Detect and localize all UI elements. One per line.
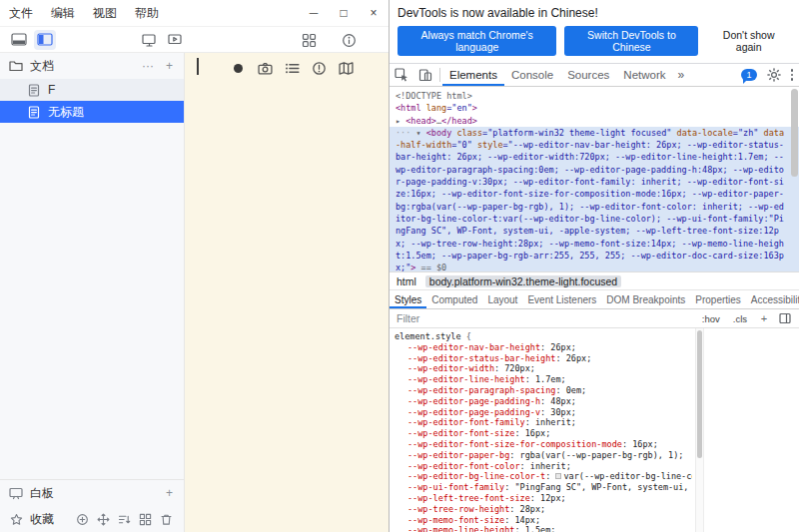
camera-icon[interactable] bbox=[257, 60, 273, 76]
tab-accessibility[interactable]: Accessibility bbox=[746, 290, 799, 308]
tab-layout[interactable]: Layout bbox=[482, 290, 522, 308]
css-property[interactable]: --wp-editor-paragraph-spacing: 0em; bbox=[395, 385, 692, 396]
css-property[interactable]: --wp-editor-paper-bg: rgba(var(--wp-pape… bbox=[395, 450, 692, 461]
record-dot-icon[interactable] bbox=[230, 60, 246, 76]
app-titlebar: 文件 编辑 视图 帮助 ─ □ × bbox=[0, 0, 389, 27]
dom-tree-scrollbar[interactable] bbox=[791, 89, 798, 269]
tab-properties[interactable]: Properties bbox=[690, 290, 746, 308]
styles-filter-input[interactable] bbox=[397, 312, 692, 324]
always-match-language-button[interactable]: Always match Chrome's language bbox=[398, 26, 556, 56]
css-property[interactable]: --wp-editor-bg-line-color-t: var(--wp-ed… bbox=[395, 471, 692, 482]
css-property[interactable]: --wp-editor-font-size: 16px; bbox=[395, 428, 692, 439]
menu-file[interactable]: 文件 bbox=[0, 0, 42, 26]
css-property[interactable]: --wp-memo-line-height: 1.5em; bbox=[395, 525, 692, 532]
kebab-menu-icon[interactable] bbox=[791, 69, 794, 81]
css-property[interactable]: --wp-editor-status-bar-height: 26px; bbox=[395, 353, 692, 364]
tab-console[interactable]: Console bbox=[504, 64, 560, 86]
notes-app-window: 文件 编辑 视图 帮助 ─ □ × bbox=[0, 0, 390, 532]
inspect-element-icon[interactable] bbox=[390, 64, 413, 86]
editor-canvas[interactable] bbox=[185, 53, 389, 532]
settings-gear-icon[interactable] bbox=[765, 68, 783, 82]
trash-icon[interactable] bbox=[158, 511, 174, 527]
breadcrumb: html body.platform-win32.theme-light.foc… bbox=[390, 271, 799, 289]
whiteboard-add-button[interactable]: + bbox=[163, 486, 176, 500]
menu-edit[interactable]: 编辑 bbox=[42, 0, 84, 26]
maximize-button[interactable]: □ bbox=[329, 0, 359, 26]
more-tabs-chevron[interactable]: » bbox=[673, 68, 690, 82]
breadcrumb-html[interactable]: html bbox=[397, 275, 416, 287]
close-button[interactable]: × bbox=[359, 0, 389, 26]
tab-dom-breakpoints[interactable]: DOM Breakpoints bbox=[601, 290, 690, 308]
toggle-left-panel-icon[interactable] bbox=[34, 30, 56, 50]
tab-computed[interactable]: Computed bbox=[426, 290, 482, 308]
tab-network[interactable]: Network bbox=[616, 64, 672, 86]
grid-view-icon[interactable] bbox=[137, 511, 153, 527]
menu-view[interactable]: 视图 bbox=[84, 0, 126, 26]
device-toolbar-icon[interactable] bbox=[413, 64, 437, 86]
css-property[interactable]: --wp-editor-font-color: inherit; bbox=[395, 461, 692, 472]
pseudo-state-toggle[interactable]: :hov bbox=[699, 312, 723, 325]
css-property[interactable]: --wp-editor-nav-bar-height: 26px; bbox=[395, 342, 692, 353]
minimize-button[interactable]: ─ bbox=[299, 0, 329, 26]
breadcrumb-body[interactable]: body.platform-win32.theme-light.focused bbox=[425, 275, 621, 287]
css-property[interactable]: --wp-editor-font-size-for-composition-mo… bbox=[395, 439, 692, 450]
favorites-row[interactable]: 收藏 bbox=[0, 506, 184, 532]
css-property[interactable]: --wp-editor-line-height: 1.7em; bbox=[395, 374, 692, 385]
presentation-icon[interactable] bbox=[164, 30, 186, 50]
move-icon[interactable] bbox=[95, 511, 111, 527]
body-element-selected[interactable]: ··· ▾ <body class="platform-win32 theme-… bbox=[390, 127, 799, 271]
alert-icon[interactable] bbox=[311, 60, 327, 76]
html-open-tag[interactable]: <html lang="en"> bbox=[390, 102, 799, 114]
whiteboard-row[interactable]: 白板 + bbox=[0, 480, 184, 506]
computed-panel-icon[interactable] bbox=[778, 311, 792, 325]
text-cursor bbox=[197, 58, 199, 75]
issues-badge[interactable]: 1 bbox=[741, 69, 756, 81]
tab-elements[interactable]: Elements bbox=[442, 64, 504, 86]
styles-pane: element.style { --wp-editor-nav-bar-heig… bbox=[390, 328, 799, 532]
document-icon bbox=[26, 104, 42, 120]
doc-item-untitled[interactable]: 无标题 bbox=[0, 101, 184, 123]
new-style-rule-icon[interactable]: + bbox=[757, 311, 771, 325]
styles-scrollbar[interactable] bbox=[695, 328, 704, 532]
css-property[interactable]: --wp-editor-width: 720px; bbox=[395, 363, 692, 374]
window-controls: ─ □ × bbox=[299, 0, 389, 26]
css-property[interactable]: --wp-left-tree-font-size: 12px; bbox=[395, 493, 692, 504]
css-property[interactable]: --wp-memo-font-size: 14px; bbox=[395, 515, 692, 526]
docs-section-header[interactable]: 文档 ··· + bbox=[0, 53, 184, 79]
tab-styles[interactable]: Styles bbox=[390, 290, 426, 308]
css-property[interactable]: --wp-editor-font-family: inherit; bbox=[395, 417, 692, 428]
css-var-swatch-icon[interactable] bbox=[555, 473, 561, 479]
infobar-message: DevTools is now available in Chinese! bbox=[398, 6, 791, 20]
tab-event-listeners[interactable]: Event Listeners bbox=[522, 290, 601, 308]
tab-sources[interactable]: Sources bbox=[560, 64, 616, 86]
css-property[interactable]: --wp-editor-page-padding-h: 48px; bbox=[395, 396, 692, 407]
css-property[interactable]: --wp-tree-row-height: 28px; bbox=[395, 504, 692, 515]
devtools-panel: DevTools is now available in Chinese! Al… bbox=[390, 0, 799, 532]
map-icon[interactable] bbox=[338, 60, 354, 76]
switch-to-chinese-button[interactable]: Switch DevTools to Chinese bbox=[564, 26, 698, 56]
devtools-tabbar: Elements Console Sources Network » 1 bbox=[390, 64, 799, 87]
element-classes-toggle[interactable]: .cls bbox=[730, 312, 750, 325]
outline-list-icon[interactable] bbox=[284, 60, 300, 76]
css-property[interactable]: --wp-ui-font-family: "PingFang SC", WP-F… bbox=[395, 482, 692, 493]
head-element[interactable]: ▸ <head>…</head> bbox=[390, 115, 799, 127]
circle-plus-icon[interactable] bbox=[74, 511, 90, 527]
toggle-bottom-panel-icon[interactable] bbox=[8, 30, 30, 50]
dont-show-again-button[interactable]: Don't show again bbox=[706, 26, 791, 56]
css-property[interactable]: --wp-editor-page-padding-v: 30px; bbox=[395, 407, 692, 418]
app-sidebar: 文档 ··· + F 无标题 bbox=[0, 53, 185, 532]
style-rule-selector[interactable]: element.style { bbox=[395, 331, 692, 342]
docs-add-button[interactable]: + bbox=[163, 59, 176, 73]
doctype-line[interactable]: <!DOCTYPE html> bbox=[390, 90, 799, 102]
info-icon[interactable] bbox=[338, 30, 360, 50]
styles-filter-row: :hov .cls + bbox=[390, 309, 799, 328]
docs-more-button[interactable]: ··· bbox=[139, 59, 157, 73]
apps-grid-icon[interactable] bbox=[298, 30, 320, 50]
menu-help[interactable]: 帮助 bbox=[126, 0, 168, 26]
card-view-icon[interactable] bbox=[138, 30, 160, 50]
sort-icon[interactable] bbox=[116, 511, 132, 527]
doc-item-f[interactable]: F bbox=[0, 79, 184, 101]
sidebar-tool-icons bbox=[74, 511, 176, 527]
doc-item-label: F bbox=[48, 83, 55, 97]
editor-toolbar bbox=[185, 53, 389, 76]
